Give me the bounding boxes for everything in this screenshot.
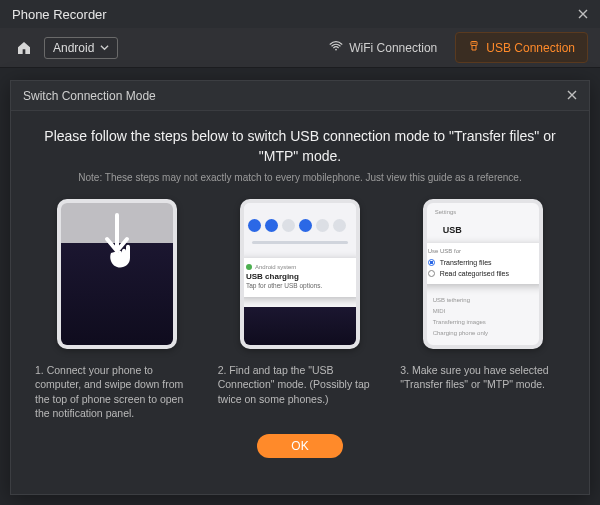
step-3: Settings USB Use USB for Transferring fi… <box>400 199 565 420</box>
usb-options-group-label: Use USB for <box>428 248 538 254</box>
step-2-text: 2. Find and tap the "USB Connection" mod… <box>218 363 383 406</box>
usb-tab-label: USB Connection <box>486 41 575 55</box>
chevron-down-icon <box>100 41 109 55</box>
step-3-text: 3. Make sure you have selected "Transfer… <box>400 363 565 391</box>
steps-row: 1. Connect your phone to computer, and s… <box>31 199 569 420</box>
usb-connection-tab[interactable]: USB Connection <box>455 32 588 63</box>
os-select[interactable]: Android <box>44 37 118 59</box>
wifi-connection-tab[interactable]: WiFi Connection <box>317 33 449 62</box>
radio-icon <box>428 259 435 266</box>
modal-body: Please follow the steps below to switch … <box>11 111 589 494</box>
os-select-label: Android <box>53 41 94 55</box>
svg-point-0 <box>335 49 337 51</box>
notification-title: USB charging <box>246 272 354 281</box>
settings-item: Charging phone only <box>433 330 533 336</box>
modal-header: Switch Connection Mode <box>11 81 589 111</box>
modal-title: Switch Connection Mode <box>23 89 156 103</box>
svg-rect-1 <box>471 42 477 46</box>
wifi-tab-label: WiFi Connection <box>349 41 437 55</box>
svg-rect-2 <box>473 43 474 45</box>
usb-options-card: Use USB for Transferring files Read cate… <box>423 243 543 284</box>
usb-notification-card: Android system USB charging Tap for othe… <box>240 258 360 297</box>
step-2: Android system USB charging Tap for othe… <box>218 199 383 420</box>
usb-option-label: Transferring files <box>440 259 492 266</box>
phone-mock-swipe <box>57 199 177 349</box>
svg-rect-3 <box>475 43 476 45</box>
usb-option-label: Read categorised files <box>440 270 509 277</box>
phone-mock-settings: Settings USB Use USB for Transferring fi… <box>423 199 543 349</box>
switch-connection-modal: Switch Connection Mode Please follow the… <box>10 80 590 495</box>
usb-icon <box>468 39 480 56</box>
wifi-icon <box>329 39 343 56</box>
notification-subtitle: Tap for other USB options. <box>246 282 354 289</box>
window-close-button[interactable] <box>578 6 588 22</box>
phone-mock-notification: Android system USB charging Tap for othe… <box>240 199 360 349</box>
settings-item: USB tethering <box>433 297 533 303</box>
settings-item: MIDI <box>433 308 533 314</box>
settings-back-label: Settings <box>435 209 457 215</box>
step-1-text: 1. Connect your phone to computer, and s… <box>35 363 200 420</box>
notification-system-label: Android system <box>246 264 354 270</box>
settings-item: Transferring images <box>433 319 533 325</box>
toolbar: Android WiFi Connection USB Connection <box>0 28 600 68</box>
swipe-down-icon <box>95 211 139 279</box>
step-1: 1. Connect your phone to computer, and s… <box>35 199 200 420</box>
home-button[interactable] <box>12 36 36 60</box>
modal-note: Note: These steps may not exactly match … <box>31 172 569 183</box>
app-title: Phone Recorder <box>12 7 107 22</box>
modal-headline: Please follow the steps below to switch … <box>31 127 569 166</box>
modal-close-button[interactable] <box>567 88 577 103</box>
titlebar: Phone Recorder <box>0 0 600 28</box>
ok-button[interactable]: OK <box>257 434 342 458</box>
radio-icon <box>428 270 435 277</box>
settings-title: USB <box>443 225 462 235</box>
